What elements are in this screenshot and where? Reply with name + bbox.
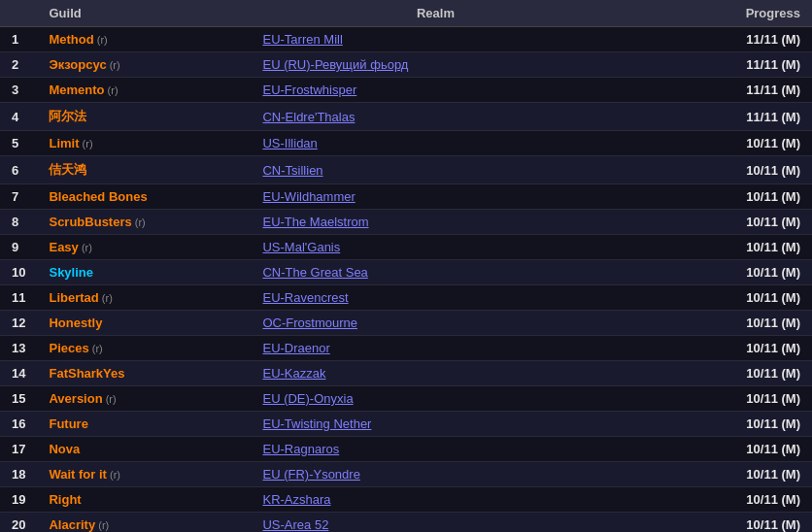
realm-link[interactable]: US-Area 52 <box>262 517 328 532</box>
guild-cell: Memento (r) <box>37 78 251 103</box>
guild-name[interactable]: Limit <box>49 136 79 150</box>
table-row[interactable]: 1Method (r)EU-Tarren Mill11/11 (M) <box>0 27 812 52</box>
leaderboard-table: Guild Realm Progress 1Method (r)EU-Tarre… <box>0 0 812 532</box>
realm-link[interactable]: KR-Azshara <box>262 492 330 507</box>
realm-link[interactable]: OC-Frostmourne <box>262 316 357 330</box>
progress-cell: 10/11 (M) <box>620 462 812 487</box>
table-row[interactable]: 6佶天鸿CN-Tsillien10/11 (M) <box>0 156 812 184</box>
realm-link[interactable]: CN-Eldre'Thalas <box>262 110 355 124</box>
rank-cell: 14 <box>0 361 37 386</box>
guild-cell: ScrubBusters (r) <box>37 210 251 235</box>
guild-tag: (r) <box>107 59 120 71</box>
guild-cell: Alacrity (r) <box>37 513 251 533</box>
guild-name[interactable]: Honestly <box>49 316 102 330</box>
guild-name[interactable]: Nova <box>49 442 80 456</box>
realm-link[interactable]: EU-Draenor <box>262 341 329 355</box>
realm-link[interactable]: US-Mal'Ganis <box>262 240 340 254</box>
realm-cell: EU (FR)-Ysondre <box>251 462 620 487</box>
table-row[interactable]: 10SkylineCN-The Great Sea10/11 (M) <box>0 260 812 285</box>
rank-cell: 1 <box>0 27 37 52</box>
realm-cell: US-Mal'Ganis <box>251 235 620 260</box>
realm-link[interactable]: EU-Twisting Nether <box>262 416 371 431</box>
table-row[interactable]: 18Wait for it (r)EU (FR)-Ysondre10/11 (M… <box>0 462 812 487</box>
guild-name[interactable]: Method <box>49 32 93 47</box>
guild-cell: Easy (r) <box>37 235 251 260</box>
rank-cell: 6 <box>0 156 37 184</box>
table-row[interactable]: 15Aversion (r)EU (DE)-Onyxia10/11 (M) <box>0 386 812 412</box>
guild-tag: (r) <box>89 343 103 354</box>
guild-name[interactable]: Экзорсус <box>49 57 106 72</box>
table-row[interactable]: 17NovaEU-Ragnaros10/11 (M) <box>0 437 812 462</box>
guild-name[interactable]: Aversion <box>49 391 102 406</box>
guild-name[interactable]: Bleached Bones <box>49 189 147 204</box>
realm-link[interactable]: EU-Wildhammer <box>262 189 355 204</box>
guild-name[interactable]: Pieces <box>49 341 88 355</box>
table-row[interactable]: 12HonestlyOC-Frostmourne10/11 (M) <box>0 311 812 336</box>
guild-name[interactable]: ScrubBusters <box>49 215 131 229</box>
guild-tag: (r) <box>80 138 93 150</box>
guild-tag: (r) <box>105 84 118 96</box>
guild-tag: (r) <box>132 216 146 228</box>
realm-cell: EU-Wildhammer <box>251 184 620 210</box>
realm-cell: EU (DE)-Onyxia <box>251 386 620 412</box>
progress-cell: 10/11 (M) <box>620 513 812 533</box>
guild-name[interactable]: Alacrity <box>49 517 95 532</box>
realm-cell: EU (RU)-Ревущий фьорд <box>251 52 620 78</box>
guild-name[interactable]: Skyline <box>49 265 93 280</box>
guild-name[interactable]: Memento <box>49 83 104 97</box>
realm-cell: EU-Ragnaros <box>251 437 620 462</box>
table-row[interactable]: 8ScrubBusters (r)EU-The Maelstrom10/11 (… <box>0 210 812 235</box>
guild-name[interactable]: Libertad <box>49 290 98 305</box>
realm-link[interactable]: EU-Ravencrest <box>262 290 348 305</box>
table-row[interactable]: 2Экзорсус (r)EU (RU)-Ревущий фьорд11/11 … <box>0 52 812 78</box>
realm-link[interactable]: EU-Tarren Mill <box>262 32 342 47</box>
guild-cell: Method (r) <box>37 27 251 52</box>
rank-cell: 15 <box>0 386 37 412</box>
table-row[interactable]: 4阿尔法CN-Eldre'Thalas11/11 (M) <box>0 103 812 131</box>
guild-name[interactable]: Future <box>49 416 87 431</box>
guild-name[interactable]: Easy <box>49 240 78 254</box>
table-row[interactable]: 20Alacrity (r)US-Area 5210/11 (M) <box>0 513 812 533</box>
rank-cell: 3 <box>0 78 37 103</box>
realm-link[interactable]: EU-The Maelstrom <box>262 215 368 229</box>
realm-link[interactable]: EU-Ragnaros <box>262 442 339 456</box>
guild-name[interactable]: Wait for it <box>49 467 106 482</box>
table-row[interactable]: 9Easy (r)US-Mal'Ganis10/11 (M) <box>0 235 812 260</box>
realm-cell: US-Illidan <box>251 131 620 156</box>
guild-cell: Pieces (r) <box>37 336 251 361</box>
guild-name[interactable]: 佶天鸿 <box>49 162 86 177</box>
progress-cell: 11/11 (M) <box>620 103 812 131</box>
realm-link[interactable]: EU (FR)-Ysondre <box>262 467 359 482</box>
realm-link[interactable]: EU-Kazzak <box>262 366 325 381</box>
realm-link[interactable]: US-Illidan <box>262 136 317 150</box>
progress-cell: 10/11 (M) <box>620 260 812 285</box>
realm-link[interactable]: CN-Tsillien <box>262 163 322 178</box>
guild-cell: Right <box>37 487 251 513</box>
progress-cell: 10/11 (M) <box>620 311 812 336</box>
table-row[interactable]: 11Libertad (r)EU-Ravencrest10/11 (M) <box>0 285 812 311</box>
rank-cell: 4 <box>0 103 37 131</box>
table-row[interactable]: 19RightKR-Azshara10/11 (M) <box>0 487 812 513</box>
realm-link[interactable]: EU-Frostwhisper <box>262 83 356 97</box>
table-row[interactable]: 16FutureEU-Twisting Nether10/11 (M) <box>0 412 812 437</box>
progress-cell: 10/11 (M) <box>620 156 812 184</box>
realm-cell: KR-Azshara <box>251 487 620 513</box>
progress-cell: 11/11 (M) <box>620 78 812 103</box>
guild-name[interactable]: FatSharkYes <box>49 366 124 381</box>
guild-name[interactable]: Right <box>49 492 81 507</box>
realm-link[interactable]: EU (RU)-Ревущий фьорд <box>262 57 408 72</box>
progress-cell: 10/11 (M) <box>620 487 812 513</box>
realm-link[interactable]: EU (DE)-Onyxia <box>262 391 353 406</box>
progress-header: Progress <box>620 0 812 27</box>
rank-cell: 5 <box>0 131 37 156</box>
table-row[interactable]: 3Memento (r)EU-Frostwhisper11/11 (M) <box>0 78 812 103</box>
table-row[interactable]: 14FatSharkYesEU-Kazzak10/11 (M) <box>0 361 812 386</box>
rank-cell: 20 <box>0 513 37 533</box>
table-row[interactable]: 7Bleached BonesEU-Wildhammer10/11 (M) <box>0 184 812 210</box>
table-row[interactable]: 13Pieces (r)EU-Draenor10/11 (M) <box>0 336 812 361</box>
table-row[interactable]: 5Limit (r)US-Illidan10/11 (M) <box>0 131 812 156</box>
guild-name[interactable]: 阿尔法 <box>49 109 86 123</box>
rank-cell: 7 <box>0 184 37 210</box>
realm-link[interactable]: CN-The Great Sea <box>262 265 367 280</box>
guild-header: Guild <box>37 0 251 27</box>
